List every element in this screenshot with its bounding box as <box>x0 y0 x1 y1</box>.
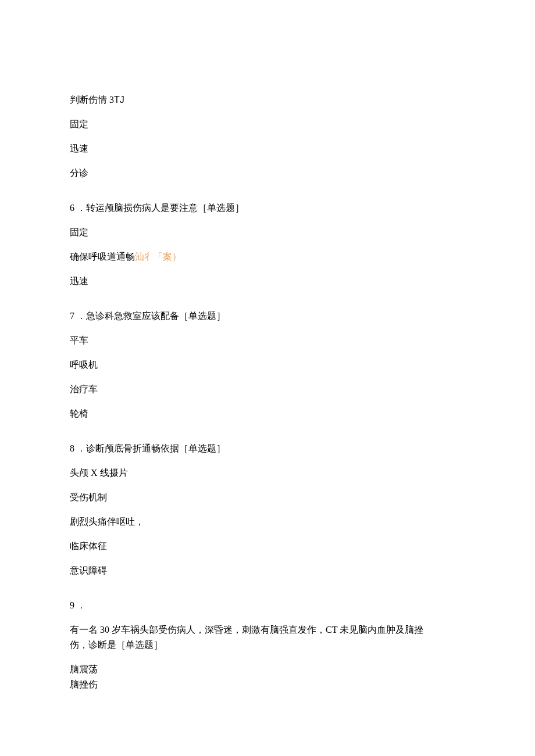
q9-option-2: 脑挫伤 <box>70 678 465 691</box>
q8-option-1: 头颅 X 线摄片 <box>70 466 465 480</box>
q7-option-3: 治疗车 <box>70 382 465 396</box>
q9-stem-2: 伤，诊断是［单选题］ <box>70 638 465 652</box>
q6-option-2-hint: 汕彳「案） <box>135 252 181 261</box>
q8-option-4: 临床体征 <box>70 539 465 553</box>
intro-line-1b: TJ <box>114 95 124 105</box>
q7-option-2: 呼吸机 <box>70 358 465 372</box>
intro-line-4: 分诊 <box>70 166 465 180</box>
q8-option-5: 意识障碍 <box>70 564 465 578</box>
intro-line-2: 固定 <box>70 117 465 131</box>
q7-option-4: 轮椅 <box>70 407 465 421</box>
q7-stem: 7 ．急诊科急救室应该配备［单选题］ <box>70 309 465 323</box>
q9-option-1: 脑震荡 <box>70 662 465 676</box>
q9-number: 9 ． <box>70 599 465 612</box>
q6-stem: 6 ．转运颅脑损伤病人是要注意［单选题］ <box>70 201 465 215</box>
q9-stem-1: 有一名 30 岁车祸头部受伤病人，深昏迷，刺激有脑强直发作，CT 未见脑内血肿及… <box>70 623 465 637</box>
q6-option-2a: 确保呼吸道通畅 <box>70 252 135 261</box>
q8-stem: 8 ．诊断颅底骨折通畅依据［单选题］ <box>70 442 465 456</box>
q8-option-3: 剧烈头痛伴呕吐， <box>70 515 465 529</box>
intro-line-3: 迅速 <box>70 142 465 156</box>
intro-line-1a: 判断伤情 3 <box>70 95 114 105</box>
q8-option-2: 受伤机制 <box>70 490 465 504</box>
q6-option-3: 迅速 <box>70 274 465 288</box>
q6-option-2: 确保呼吸道通畅汕彳「案） <box>70 250 465 264</box>
q6-option-1: 固定 <box>70 225 465 239</box>
q7-option-1: 平车 <box>70 334 465 347</box>
intro-line-1: 判断伤情 3TJ <box>70 93 465 107</box>
